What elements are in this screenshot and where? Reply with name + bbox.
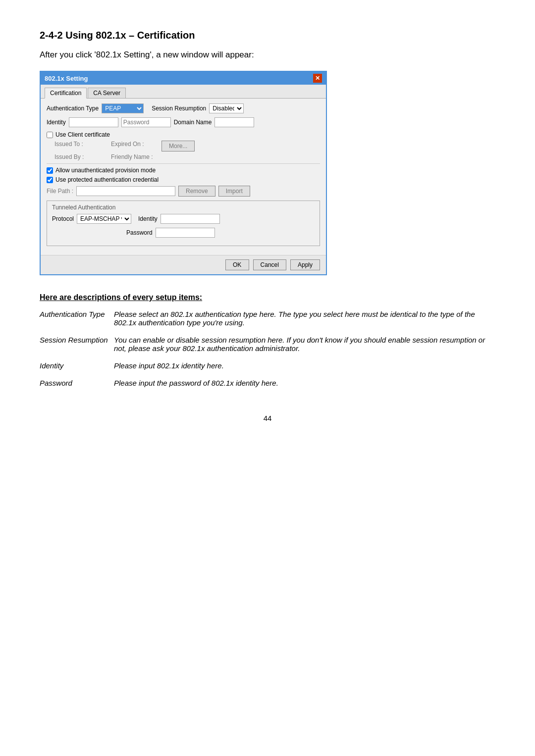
issued-to-row: Issued To : Expired On : More...	[54, 141, 320, 151]
desc-table: Authentication TypePlease select an 802.…	[40, 308, 495, 394]
desc-definition: Please input the password of 802.1x iden…	[114, 377, 495, 394]
file-path-label: File Path :	[47, 188, 73, 195]
remove-button[interactable]: Remove	[178, 186, 215, 197]
file-path-row: File Path : Remove Import	[47, 186, 320, 197]
tunneled-auth-group: Tunneled Authentication Protocol EAP-MSC…	[47, 201, 320, 246]
friendly-name-label: Friendly Name :	[111, 153, 153, 160]
dialog-titlebar: 802.1x Setting ✕	[41, 72, 326, 85]
desc-term: Password	[40, 377, 114, 394]
desc-definition: You can enable or disable session resump…	[114, 334, 495, 359]
file-path-input[interactable]	[76, 186, 175, 196]
tunneled-password-input[interactable]	[156, 228, 215, 238]
use-protected-checkbox[interactable]	[47, 177, 53, 183]
desc-definition: Please select an 802.1x authentication t…	[114, 308, 495, 334]
import-button[interactable]: Import	[218, 186, 250, 197]
domain-name-input[interactable]	[214, 117, 254, 127]
issued-to-label: Issued To :	[54, 141, 89, 151]
use-client-cert-label: Use Client certificate	[55, 131, 110, 138]
issued-by-label: Issued By :	[54, 153, 89, 160]
dialog-close-button[interactable]: ✕	[313, 74, 322, 83]
use-client-cert-row: Use Client certificate	[47, 131, 320, 138]
desc-definition: Please input 802.1x identity here.	[114, 359, 495, 377]
tab-certification[interactable]: Certification	[45, 88, 87, 99]
auth-type-label: Authentication Type	[47, 105, 99, 112]
password-input[interactable]	[121, 117, 171, 127]
apply-button[interactable]: Apply	[290, 259, 320, 270]
allow-unauth-row: Allow unauthenticated provision mode	[47, 167, 320, 174]
identity-row: Identity Domain Name	[47, 117, 320, 127]
allow-unauth-label: Allow unauthenticated provision mode	[55, 167, 156, 174]
session-resumption-label: Session Resumption	[152, 105, 206, 112]
protocol-select[interactable]: EAP-MSCHAP v2 EAP-GTC EAP-TLS	[77, 214, 131, 224]
dialog-buttons: OK Cancel Apply	[41, 255, 326, 274]
ok-button[interactable]: OK	[225, 259, 249, 270]
domain-name-label: Domain Name	[174, 119, 212, 126]
more-button[interactable]: More...	[161, 141, 195, 151]
allow-unauth-checkbox[interactable]	[47, 167, 53, 174]
desc-term: Identity	[40, 359, 114, 377]
protocol-label: Protocol	[52, 215, 74, 222]
desc-row: IdentityPlease input 802.1x identity her…	[40, 359, 495, 377]
page-number: 44	[40, 414, 495, 422]
dialog-title: 802.1x Setting	[45, 75, 88, 82]
protocol-row: Protocol EAP-MSCHAP v2 EAP-GTC EAP-TLS I…	[52, 214, 315, 224]
desc-row: Authentication TypePlease select an 802.…	[40, 308, 495, 334]
use-client-cert-checkbox[interactable]	[47, 132, 53, 138]
section-title: 2-4-2 Using 802.1x – Certification	[40, 30, 495, 41]
tunneled-identity-input[interactable]	[160, 214, 220, 224]
auth-type-select[interactable]: PEAP TLS TTLS EAP-FAST	[102, 103, 144, 113]
desc-title: Here are descriptions of every setup ite…	[40, 293, 495, 302]
dialog-window: 802.1x Setting ✕ Certification CA Server…	[40, 71, 327, 275]
expired-on-label: Expired On :	[111, 141, 146, 151]
descriptions-section: Here are descriptions of every setup ite…	[40, 293, 495, 394]
separator-1	[47, 163, 320, 164]
auth-type-row: Authentication Type PEAP TLS TTLS EAP-FA…	[47, 103, 320, 113]
dialog-body: Authentication Type PEAP TLS TTLS EAP-FA…	[41, 99, 326, 255]
cert-info-section: Issued To : Expired On : More... Issued …	[47, 141, 320, 160]
tunneled-password-label: Password	[126, 229, 153, 236]
use-protected-label: Use protected authentication credential	[55, 176, 159, 183]
use-protected-row: Use protected authentication credential	[47, 176, 320, 183]
desc-row: Session ResumptionYou can enable or disa…	[40, 334, 495, 359]
tunneled-auth-title: Tunneled Authentication	[52, 204, 315, 211]
tunneled-password-row: Password	[126, 228, 315, 238]
desc-term: Authentication Type	[40, 308, 114, 334]
identity-label: Identity	[47, 119, 66, 126]
tunneled-identity-label: Identity	[138, 215, 158, 222]
tab-ca-server[interactable]: CA Server	[88, 88, 126, 98]
session-resumption-select[interactable]: Disabled Enabled	[209, 103, 244, 113]
dialog-tabs: Certification CA Server	[41, 85, 326, 99]
identity-input[interactable]	[69, 117, 118, 127]
desc-row: PasswordPlease input the password of 802…	[40, 377, 495, 394]
intro-text: After you click '802.1x Setting', a new …	[40, 50, 495, 60]
desc-term: Session Resumption	[40, 334, 114, 359]
issued-by-row: Issued By : Friendly Name :	[54, 153, 320, 160]
cancel-button[interactable]: Cancel	[253, 259, 286, 270]
